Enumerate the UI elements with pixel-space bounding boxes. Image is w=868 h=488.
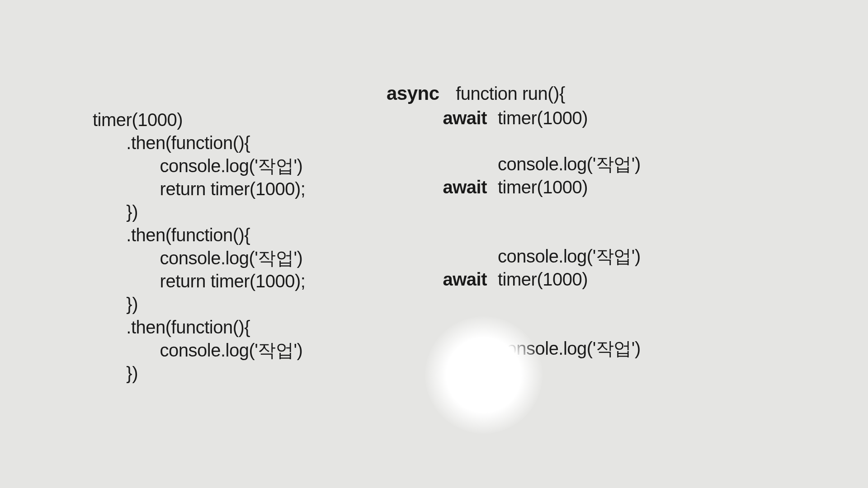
code-line: console.log('작업') <box>93 247 305 270</box>
blank-line <box>414 314 641 337</box>
code-line: await timer(1000) <box>414 268 641 291</box>
code-line: }) <box>93 293 305 316</box>
run-call: run(); <box>460 384 507 407</box>
code-line: console.log('작업') <box>93 155 305 178</box>
code-line: return timer(1000); <box>93 270 305 293</box>
blank-line <box>414 291 641 314</box>
code-line: await timer(1000) <box>414 176 641 199</box>
code-line: timer(1000) <box>93 108 305 131</box>
code-line: console.log('작업') <box>93 339 305 362</box>
code-line: await timer(1000) <box>414 107 641 130</box>
async-keyword: async <box>387 83 439 104</box>
await-keyword: await <box>414 268 498 291</box>
code-line: }) <box>93 201 305 224</box>
await-keyword: await <box>414 176 498 199</box>
code-line: .then(function(){ <box>93 224 305 247</box>
expr-timer: timer(1000) <box>498 176 588 199</box>
code-line: return timer(1000); <box>93 178 305 201</box>
expr-log: console.log('작업') <box>498 245 641 268</box>
promise-then-code: timer(1000) .then(function(){ console.lo… <box>93 108 305 385</box>
code-line: console.log('작업') <box>414 337 641 360</box>
async-body: await timer(1000) console.log('작업') awai… <box>414 107 641 360</box>
code-line: console.log('작업') <box>414 245 641 268</box>
code-line: console.log('작업') <box>414 153 641 176</box>
await-keyword: await <box>414 107 498 130</box>
code-line: .then(function(){ <box>93 316 305 339</box>
code-line: .then(function(){ <box>93 131 305 155</box>
expr-timer: timer(1000) <box>498 268 588 291</box>
expr-log: console.log('작업') <box>498 153 641 176</box>
function-declaration: function run(){ <box>456 84 565 103</box>
close-brace: } <box>460 361 466 385</box>
expr-timer: timer(1000) <box>498 107 588 130</box>
blank-line <box>414 199 641 222</box>
blank-line <box>414 130 641 153</box>
async-function-header: async function run(){ <box>387 81 565 106</box>
code-line: }) <box>93 362 305 385</box>
blank-line <box>414 222 641 245</box>
expr-log: console.log('작업') <box>498 337 641 360</box>
